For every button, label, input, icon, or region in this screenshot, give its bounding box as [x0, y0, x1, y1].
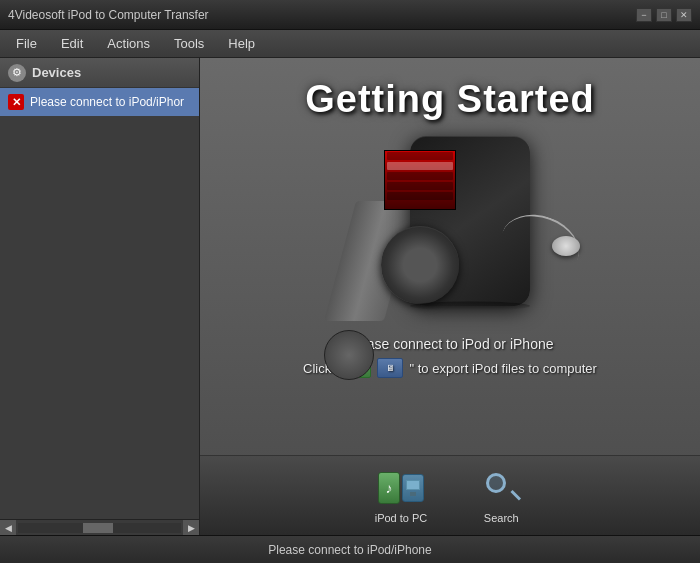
monitor-screen	[406, 480, 420, 490]
search-button[interactable]: Search	[467, 462, 535, 530]
minimize-button[interactable]: −	[636, 8, 652, 22]
content-area: Getting Started	[200, 58, 700, 535]
screen-row	[387, 152, 453, 160]
menu-bar: File Edit Actions Tools Help	[0, 30, 700, 58]
ipod-to-pc-icon: ♪	[377, 468, 425, 508]
export-pc-icon: 🖥	[377, 358, 403, 378]
ipod-to-pc-label: iPod to PC	[375, 512, 428, 524]
main-layout: ⚙ Devices ✕ Please connect to iPod/iPhor…	[0, 58, 700, 535]
export-text-after: " to export iPod files to computer	[409, 361, 596, 376]
menu-edit[interactable]: Edit	[49, 32, 95, 55]
status-text: Please connect to iPod/iPhone	[268, 543, 431, 557]
menu-file[interactable]: File	[4, 32, 49, 55]
devices-header: ⚙ Devices	[0, 58, 199, 88]
devices-label: Devices	[32, 65, 81, 80]
ipod-screen	[384, 150, 456, 210]
monitor-stand	[410, 492, 416, 496]
screen-row	[387, 162, 453, 170]
connect-text: Please connect to iPod or iPhone	[346, 336, 553, 352]
pc-icon	[402, 474, 424, 502]
sidebar-scrollbar: ◀ ▶	[0, 519, 199, 535]
scroll-left-arrow[interactable]: ◀	[0, 520, 16, 536]
ipod-reflection	[410, 302, 530, 311]
screen-row	[387, 182, 453, 190]
device-list-item[interactable]: ✕ Please connect to iPod/iPhor	[0, 88, 199, 116]
status-bar: Please connect to iPod/iPhone	[0, 535, 700, 563]
ipod-center-button	[324, 330, 374, 380]
getting-started-title: Getting Started	[305, 78, 594, 121]
app-title: 4Videosoft iPod to Computer Transfer	[8, 8, 209, 22]
scroll-right-arrow[interactable]: ▶	[183, 520, 199, 536]
search-visual	[486, 473, 516, 503]
device-name: Please connect to iPod/iPhor	[30, 95, 184, 109]
ipod-screen-content	[385, 151, 455, 209]
search-circle	[486, 473, 506, 493]
ipod-icon: ♪	[378, 472, 400, 504]
ipod-clickwheel	[381, 226, 459, 304]
scroll-track[interactable]	[18, 523, 181, 533]
bottom-actions: ♪ iPod to PC Search	[200, 455, 700, 535]
close-button[interactable]: ✕	[676, 8, 692, 22]
maximize-button[interactable]: □	[656, 8, 672, 22]
ipod-illustration	[320, 136, 580, 321]
search-label: Search	[484, 512, 519, 524]
screen-row	[387, 172, 453, 180]
menu-actions[interactable]: Actions	[95, 32, 162, 55]
scroll-thumb[interactable]	[83, 523, 113, 533]
gear-icon: ⚙	[8, 64, 26, 82]
title-bar: 4Videosoft iPod to Computer Transfer − □…	[0, 0, 700, 30]
menu-help[interactable]: Help	[216, 32, 267, 55]
sidebar: ⚙ Devices ✕ Please connect to iPod/iPhor…	[0, 58, 200, 535]
ipod-to-pc-button[interactable]: ♪ iPod to PC	[365, 462, 438, 530]
menu-tools[interactable]: Tools	[162, 32, 216, 55]
device-error-icon: ✕	[8, 94, 24, 110]
getting-started-area: Getting Started	[200, 58, 700, 455]
titlebar-controls: − □ ✕	[636, 8, 692, 22]
search-handle	[511, 489, 522, 500]
earbud	[552, 236, 580, 256]
screen-row	[387, 192, 453, 200]
search-icon	[477, 468, 525, 508]
sidebar-content: ◀ ▶	[0, 116, 199, 535]
